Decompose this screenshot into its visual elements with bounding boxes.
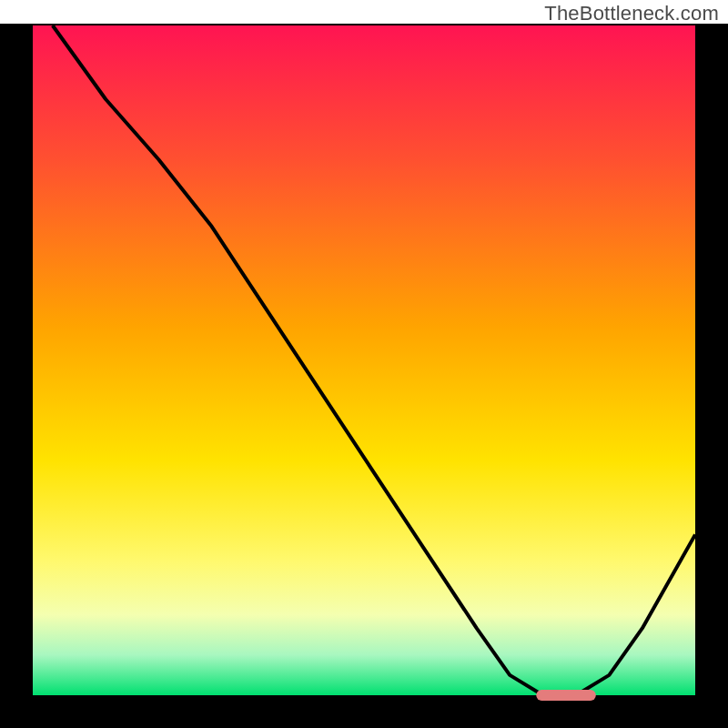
bottleneck-chart	[0, 0, 728, 728]
svg-rect-0	[0, 25, 33, 728]
optimum-marker	[536, 690, 596, 701]
chart-container: { "watermark": "TheBottleneck.com", "cha…	[0, 0, 728, 728]
svg-rect-3	[0, 24, 728, 25]
chart-background-gradient	[33, 25, 695, 695]
svg-rect-2	[0, 695, 728, 728]
svg-rect-1	[695, 25, 728, 728]
